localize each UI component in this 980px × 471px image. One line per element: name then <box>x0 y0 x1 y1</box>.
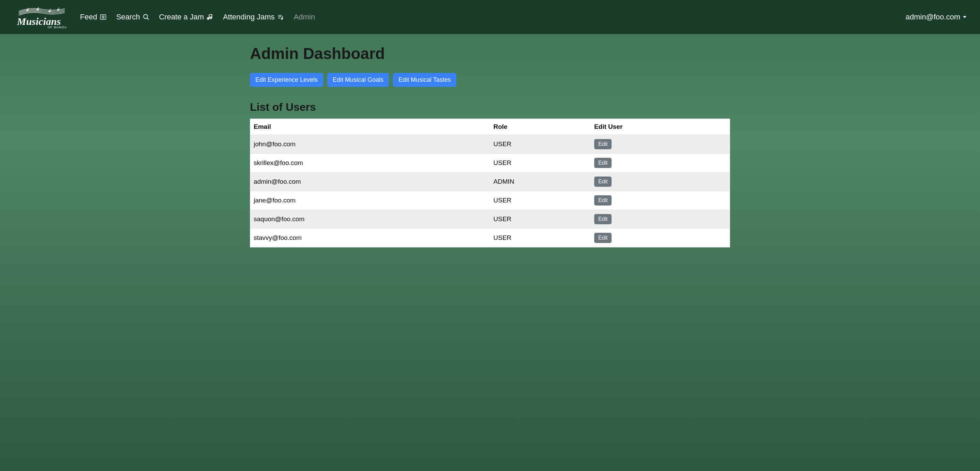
user-dropdown[interactable]: admin@foo.com <box>905 13 966 21</box>
column-header-role: Role <box>490 119 591 135</box>
user-role-cell: USER <box>490 229 591 247</box>
page-title: Admin Dashboard <box>250 44 730 63</box>
nav-links: Feed Search <box>80 13 315 21</box>
table-row: john@foo.comUSEREdit <box>250 135 730 154</box>
user-edit-cell: Edit <box>591 229 730 247</box>
edit-user-button[interactable]: Edit <box>594 233 612 243</box>
admin-action-buttons: Edit Experience Levels Edit Musical Goal… <box>250 73 730 94</box>
user-email-cell: saquon@foo.com <box>250 210 490 229</box>
svg-point-4 <box>49 11 50 12</box>
user-email-cell: stavvy@foo.com <box>250 229 490 247</box>
user-email-cell: admin@foo.com <box>250 172 490 191</box>
nav-link-feed[interactable]: Feed <box>80 13 107 21</box>
user-role-cell: USER <box>490 210 591 229</box>
user-email-cell: jane@foo.com <box>250 191 490 210</box>
nav-label-create-jam: Create a Jam <box>159 13 204 21</box>
table-row: admin@foo.comADMINEdit <box>250 172 730 191</box>
edit-user-button[interactable]: Edit <box>594 195 612 206</box>
feed-icon <box>100 14 107 21</box>
music-note-icon <box>207 14 213 21</box>
user-email-cell: skrillex@foo.com <box>250 154 490 172</box>
table-row: saquon@foo.comUSEREdit <box>250 210 730 229</box>
nav-link-create-jam[interactable]: Create a Jam <box>159 13 213 21</box>
table-row: jane@foo.comUSEREdit <box>250 191 730 210</box>
edit-experience-levels-button[interactable]: Edit Experience Levels <box>250 73 323 87</box>
user-edit-cell: Edit <box>591 154 730 172</box>
nav-link-attending-jams[interactable]: Attending Jams <box>223 13 284 21</box>
svg-point-14 <box>143 14 148 19</box>
user-role-cell: USER <box>490 154 591 172</box>
music-list-icon <box>277 14 284 21</box>
user-role-cell: USER <box>490 135 591 154</box>
chevron-down-icon <box>963 16 966 18</box>
brand-logo[interactable]: Musicians OF MANOA <box>14 5 70 29</box>
nav-left: Musicians OF MANOA Feed Search <box>14 5 315 29</box>
users-table: Email Role Edit User john@foo.comUSEREdi… <box>250 118 730 247</box>
svg-text:OF MANOA: OF MANOA <box>48 26 67 29</box>
edit-musical-goals-button[interactable]: Edit Musical Goals <box>327 73 389 87</box>
svg-rect-5 <box>50 9 51 11</box>
nav-label-admin: Admin <box>294 13 315 21</box>
logo-svg: Musicians OF MANOA <box>14 5 70 29</box>
nav-link-search[interactable]: Search <box>116 13 150 21</box>
user-edit-cell: Edit <box>591 135 730 154</box>
user-role-cell: USER <box>490 191 591 210</box>
column-header-email: Email <box>250 119 490 135</box>
navbar: Musicians OF MANOA Feed Search <box>0 0 980 34</box>
svg-point-6 <box>57 9 59 11</box>
nav-label-attending-jams: Attending Jams <box>223 13 275 21</box>
svg-rect-7 <box>59 8 59 10</box>
svg-line-15 <box>147 18 149 20</box>
user-email: admin@foo.com <box>905 13 960 21</box>
user-edit-cell: Edit <box>591 210 730 229</box>
svg-point-2 <box>37 9 38 11</box>
edit-user-button[interactable]: Edit <box>594 158 612 168</box>
column-header-edit: Edit User <box>591 119 730 135</box>
search-icon <box>143 14 150 21</box>
nav-label-search: Search <box>116 13 140 21</box>
edit-musical-tastes-button[interactable]: Edit Musical Tastes <box>393 73 456 87</box>
edit-user-button[interactable]: Edit <box>594 139 612 149</box>
nav-label-feed: Feed <box>80 13 97 21</box>
edit-user-button[interactable]: Edit <box>594 177 612 187</box>
user-role-cell: ADMIN <box>490 172 591 191</box>
edit-user-button[interactable]: Edit <box>594 214 612 224</box>
svg-point-0 <box>27 10 28 11</box>
svg-rect-1 <box>28 8 29 11</box>
table-header-row: Email Role Edit User <box>250 119 730 135</box>
user-edit-cell: Edit <box>591 191 730 210</box>
nav-link-admin[interactable]: Admin <box>294 13 315 21</box>
user-edit-cell: Edit <box>591 172 730 191</box>
table-row: skrillex@foo.comUSEREdit <box>250 154 730 172</box>
main-container: Admin Dashboard Edit Experience Levels E… <box>236 34 744 254</box>
user-email-cell: john@foo.com <box>250 135 490 154</box>
svg-rect-3 <box>38 7 39 10</box>
table-row: stavvy@foo.comUSEREdit <box>250 229 730 247</box>
users-section-title: List of Users <box>250 101 730 113</box>
